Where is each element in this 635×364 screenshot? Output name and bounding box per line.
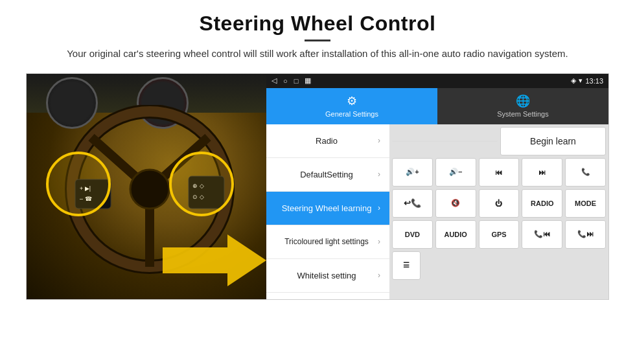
photo-background: + ▶| – ☎ ⊕ ◇ ⊙ ◇: [27, 74, 266, 299]
signal-icon: ▾: [579, 76, 583, 85]
power-icon: ⏻: [495, 199, 502, 207]
title-divider: [305, 40, 330, 41]
status-bar-right: ◈ ▾ 13:13: [571, 76, 603, 85]
screenshot-icon: ▦: [305, 76, 311, 85]
back-icon: ◁: [271, 76, 277, 85]
gps-label: GPS: [491, 231, 506, 238]
menu-item-whitelist[interactable]: Whitelist setting ›: [266, 259, 389, 293]
vol-up-button[interactable]: 🔊+: [392, 158, 433, 187]
clock: 13:13: [585, 77, 603, 85]
status-bar-left: ◁ ○ □ ▦: [271, 76, 311, 85]
menu-item-default-label: DefaultSetting: [275, 170, 378, 179]
radio-empty-area: [392, 141, 498, 142]
tab-system-label: System Settings: [497, 110, 548, 118]
control-row-3: DVD AUDIO GPS 📞⏮ 📞⏭: [392, 220, 606, 249]
mute-icon: 🔇: [451, 199, 460, 207]
location-icon: ◈: [571, 76, 576, 85]
list-button[interactable]: ☰: [392, 251, 421, 280]
phone-icon: 📞: [581, 168, 590, 176]
prev-track-button[interactable]: ⏮: [479, 158, 520, 187]
page-title: Steering Wheel Control: [67, 12, 568, 36]
radio-button[interactable]: RADIO: [522, 189, 562, 218]
home-icon: ○: [283, 77, 288, 85]
steering-wheel-photo: + ▶| – ☎ ⊕ ◇ ⊙ ◇: [27, 74, 266, 299]
menu-item-steering-label: Steering Wheel learning: [275, 203, 378, 213]
hangup-icon: ↩📞: [404, 198, 421, 208]
svg-marker-12: [163, 234, 266, 286]
android-ui: ◁ ○ □ ▦ ◈ ▾ 13:13 ⚙ General Settings: [266, 74, 608, 299]
begin-learn-button[interactable]: Begin learn: [500, 127, 606, 155]
svg-point-5: [130, 170, 169, 209]
steering-chevron-icon: ›: [378, 203, 380, 212]
default-chevron-icon: ›: [378, 170, 380, 179]
menu-item-radio-label: Radio: [275, 136, 378, 146]
tricoloured-chevron-icon: ›: [378, 237, 380, 246]
recent-icon: □: [294, 77, 299, 85]
radio-chevron-icon: ›: [378, 136, 380, 145]
tab-general-label: General Settings: [325, 110, 378, 118]
menu-item-radio[interactable]: Radio ›: [266, 124, 389, 158]
control-row-2: ↩📞 🔇 ⏻ RADIO MODE: [392, 189, 606, 218]
tab-general[interactable]: ⚙ General Settings: [266, 88, 437, 124]
content-area: + ▶| – ☎ ⊕ ◇ ⊙ ◇: [26, 73, 609, 300]
tab-bar: ⚙ General Settings 🌐 System Settings: [266, 88, 608, 124]
mode-button[interactable]: MODE: [565, 189, 606, 218]
control-row-1: 🔊+ 🔊– ⏮ ⏭ 📞: [392, 158, 606, 187]
menu-item-tricoloured[interactable]: Tricoloured light settings ›: [266, 225, 389, 259]
mute-button[interactable]: 🔇: [435, 189, 476, 218]
next-track-button[interactable]: ⏭: [522, 158, 562, 187]
phone-next-icon: 📞⏭: [577, 230, 594, 238]
system-settings-icon: 🌐: [516, 94, 530, 108]
phone-next-button[interactable]: 📞⏭: [565, 220, 606, 249]
page-subtitle: Your original car's steering wheel contr…: [67, 47, 568, 62]
radio-label: RADIO: [531, 199, 553, 207]
control-row-0: Begin learn: [392, 127, 606, 155]
phone-prev-icon: 📞⏮: [534, 230, 550, 238]
prev-track-icon: ⏮: [495, 168, 502, 176]
vol-down-icon: 🔊–: [449, 168, 462, 176]
control-panel: Begin learn 🔊+ 🔊– ⏮: [389, 124, 608, 299]
page-container: Steering Wheel Control Your original car…: [0, 0, 635, 364]
audio-button[interactable]: AUDIO: [435, 220, 476, 249]
menu-area: Radio › DefaultSetting › Steering Wheel …: [266, 124, 608, 299]
menu-list: Radio › DefaultSetting › Steering Wheel …: [266, 124, 389, 299]
dvd-button[interactable]: DVD: [392, 220, 433, 249]
menu-item-whitelist-label: Whitelist setting: [275, 271, 378, 280]
gps-button[interactable]: GPS: [479, 220, 520, 249]
title-section: Steering Wheel Control Your original car…: [67, 12, 568, 69]
tab-system[interactable]: 🌐 System Settings: [437, 88, 608, 124]
highlight-left: [46, 152, 111, 216]
vol-up-icon: 🔊+: [406, 168, 419, 176]
general-settings-icon: ⚙: [347, 94, 357, 108]
phone-prev-button[interactable]: 📞⏮: [522, 220, 562, 249]
control-row-4: ☰: [392, 251, 606, 280]
highlight-right: [169, 152, 234, 216]
status-bar: ◁ ○ □ ▦ ◈ ▾ 13:13: [266, 74, 608, 88]
menu-item-tricoloured-label: Tricoloured light settings: [275, 237, 378, 246]
mode-label: MODE: [575, 199, 596, 207]
hangup-button[interactable]: ↩📞: [392, 189, 433, 218]
power-button[interactable]: ⏻: [479, 189, 520, 218]
yellow-arrow-svg: [163, 228, 266, 293]
audio-label: AUDIO: [444, 231, 467, 238]
dvd-label: DVD: [405, 231, 420, 238]
list-icon: ☰: [403, 261, 410, 269]
vol-down-button[interactable]: 🔊–: [435, 158, 476, 187]
menu-item-default-setting[interactable]: DefaultSetting ›: [266, 158, 389, 192]
whitelist-chevron-icon: ›: [378, 271, 380, 280]
next-track-icon: ⏭: [538, 168, 546, 176]
menu-item-steering-wheel[interactable]: Steering Wheel learning ›: [266, 192, 389, 225]
phone-button[interactable]: 📞: [565, 158, 606, 187]
